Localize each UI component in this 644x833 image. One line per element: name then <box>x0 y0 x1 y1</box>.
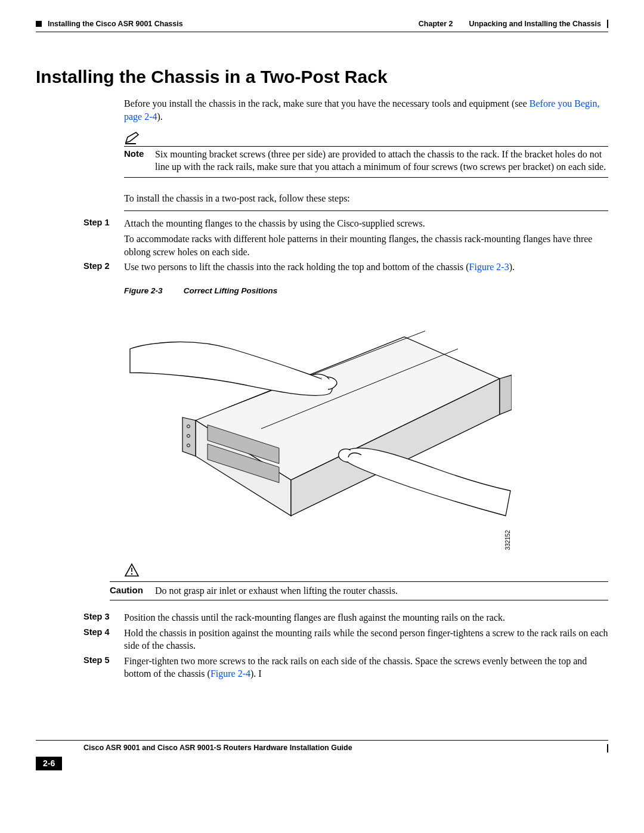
steps-divider-top <box>124 210 608 211</box>
svg-marker-10 <box>500 375 512 414</box>
step2-post: ). <box>509 262 515 272</box>
caution-block: Caution Do not grasp air inlet or exhaus… <box>83 563 608 600</box>
page-footer: Cisco ASR 9001 and Cisco ASR 9001-S Rout… <box>36 743 608 753</box>
intro-line1: Before you install the chassis in the ra… <box>124 98 530 109</box>
figure-2-4-link[interactable]: Figure 2-4 <box>210 668 250 679</box>
step-row: Step 4 Hold the chassis in position agai… <box>83 627 608 652</box>
figure-title: Correct Lifting Positions <box>184 286 278 295</box>
note-pencil-icon <box>124 131 141 145</box>
intro-text: Before you install the chassis in the ra… <box>124 97 608 123</box>
header-chapter-label: Chapter 2 <box>419 19 453 29</box>
note-label: Note <box>124 148 155 160</box>
figure-2-3-link[interactable]: Figure 2-3 <box>469 262 509 272</box>
figure-number: Figure 2-3 <box>124 286 181 296</box>
step-row: Step 1 Attach the mounting flanges to th… <box>83 217 608 258</box>
lead-in-block: To install the chassis in a two-post rac… <box>124 192 608 205</box>
header-chapter-title: Unpacking and Installing the Chassis <box>469 19 601 29</box>
step-text: Attach the mounting flanges to the chass… <box>124 217 608 258</box>
header-bullet-icon <box>36 21 42 27</box>
step1-line2: To accommodate racks with different hole… <box>124 233 608 258</box>
intro-block: Before you install the chassis in the ra… <box>124 97 608 123</box>
step-text: Use two persons to lift the chassis into… <box>124 261 608 274</box>
header-divider <box>36 32 608 32</box>
step2-pre: Use two persons to lift the chassis into… <box>124 262 469 272</box>
footer-tick-icon <box>607 744 608 753</box>
figure-illustration <box>124 301 512 546</box>
page-number: 2-6 <box>36 757 62 770</box>
note-divider-bottom <box>124 177 608 178</box>
svg-point-15 <box>131 573 132 574</box>
note-divider-top <box>124 146 608 147</box>
intro-line1-tail: ). <box>157 112 163 122</box>
steps-lower-block: Step 3 Position the chassis until the ra… <box>83 611 608 680</box>
caution-triangle-icon <box>124 563 140 577</box>
footer-divider <box>36 740 608 741</box>
header-tick-icon <box>607 20 608 28</box>
figure-caption: Figure 2-3 Correct Lifting Positions <box>124 286 608 296</box>
figure-block: Figure 2-3 Correct Lifting Positions <box>124 286 608 568</box>
step-row: Step 5 Finger-tighten two more screws to… <box>83 655 608 680</box>
caution-text: Do not grasp air inlet or exhaust when l… <box>155 584 608 597</box>
step-label: Step 4 <box>83 627 124 639</box>
note-text: Six mounting bracket screws (three per s… <box>155 148 608 174</box>
step-label: Step 3 <box>83 611 124 623</box>
header-section-left: Installing the Cisco ASR 9001 Chassis <box>48 19 183 29</box>
figure-id: 332152 <box>124 530 512 552</box>
footer-guide-title: Cisco ASR 9001 and Cisco ASR 9001-S Rout… <box>83 743 352 753</box>
page-number-block: 2-6 <box>36 757 608 770</box>
note-block: Note Six mounting bracket screws (three … <box>124 131 608 178</box>
step-text: Position the chassis until the rack-moun… <box>124 611 608 624</box>
section-heading: Installing the Chassis in a Two-Post Rac… <box>36 65 608 89</box>
svg-marker-6 <box>182 417 196 456</box>
caution-divider-top <box>110 581 608 582</box>
step-row: Step 2 Use two persons to lift the chass… <box>83 261 608 274</box>
lead-in-text: To install the chassis in a two-post rac… <box>124 192 608 205</box>
step-label: Step 1 <box>83 217 124 229</box>
step5-pre: Finger-tighten two more screws to the ra… <box>124 656 587 679</box>
step-label: Step 5 <box>83 655 124 667</box>
steps-upper-block: Step 1 Attach the mounting flanges to th… <box>83 210 608 273</box>
step-text: Finger-tighten two more screws to the ra… <box>124 655 608 680</box>
step-text: Hold the chassis in position against the… <box>124 627 608 652</box>
step-row: Step 3 Position the chassis until the ra… <box>83 611 608 624</box>
caution-label: Caution <box>110 584 155 596</box>
step1-line1: Attach the mounting flanges to the chass… <box>124 217 608 230</box>
step-label: Step 2 <box>83 261 124 272</box>
page-header: Installing the Cisco ASR 9001 Chassis Ch… <box>36 19 608 29</box>
caution-divider-bottom <box>110 600 608 600</box>
step5-post: ). I <box>250 668 262 679</box>
